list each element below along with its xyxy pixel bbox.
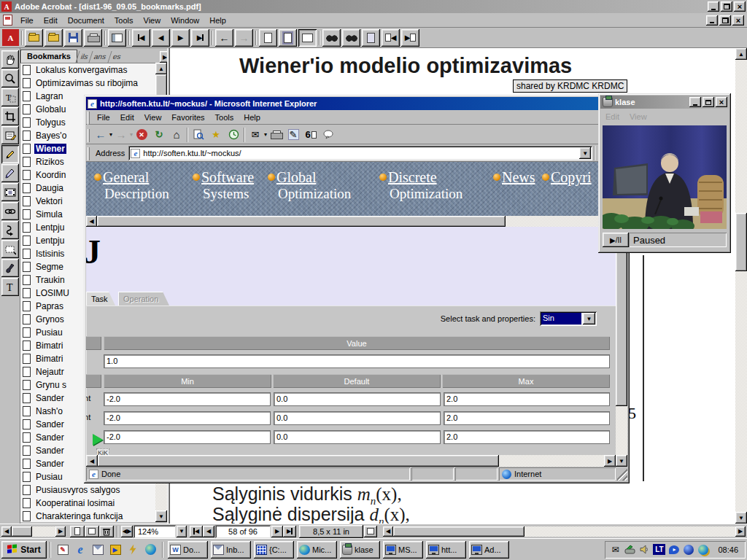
acrobat-logo-icon[interactable]: A <box>2 29 19 46</box>
taskbar-task-word[interactable]: WDo... <box>168 541 208 559</box>
search-button[interactable] <box>342 29 360 47</box>
start-button[interactable]: Start <box>1 541 47 559</box>
status-last-page-button[interactable]: ▶ <box>283 526 296 537</box>
document-horizontal-scrollbar[interactable] <box>393 526 735 537</box>
delete-bookmark-button[interactable] <box>99 526 114 537</box>
doc-minimize-button[interactable] <box>706 15 718 26</box>
doc-hscroll-right-arrow[interactable]: ▶ <box>735 526 746 537</box>
acrobat-menu-item[interactable]: Edit <box>39 15 63 26</box>
task-select[interactable]: Sin ▼ <box>540 311 597 326</box>
status-layout-button[interactable] <box>364 526 377 537</box>
winamp-quicklaunch-icon[interactable] <box>125 542 141 558</box>
acrobat-menu-item[interactable]: Window <box>166 15 204 26</box>
taskbar-task-inbox[interactable]: Inb... <box>211 541 251 559</box>
notes-tool-button[interactable] <box>1 126 19 144</box>
print-icon[interactable] <box>267 127 285 143</box>
document-vertical-scrollbar[interactable]: ▲ ▼ <box>735 48 747 524</box>
doc-close-button[interactable]: × <box>732 15 744 26</box>
banner-nav-link[interactable]: Software Systems <box>193 169 254 202</box>
print-button[interactable] <box>84 29 102 47</box>
open-button[interactable] <box>25 29 43 47</box>
globe-app-quicklaunch-icon[interactable] <box>142 542 158 558</box>
value-input[interactable]: 1.0 <box>104 354 610 368</box>
address-input[interactable]: e http://soften.ktu.lt/~mockus/ ▼ <box>128 146 592 160</box>
show-nav-pane-button[interactable] <box>108 29 126 47</box>
play-pause-button[interactable]: ▶/II <box>603 233 629 247</box>
home-icon[interactable]: ⌂ <box>168 127 185 143</box>
touchup-text-tool-button[interactable]: T <box>1 278 19 296</box>
bookmark-item[interactable]: Optimizavimas su ribojima <box>20 77 155 90</box>
ie6-badge-icon[interactable]: 6 <box>302 127 320 143</box>
bookmark-item[interactable]: Kooperatinai losimai <box>20 497 155 510</box>
save-button[interactable] <box>64 29 82 47</box>
ie-menu-item[interactable]: Help <box>239 112 266 123</box>
previous-page-button[interactable]: ◀ <box>152 29 170 47</box>
bookmark-item[interactable]: Lokalus konvergavimas <box>20 63 155 77</box>
klase-maximize-button[interactable] <box>703 97 714 107</box>
banner-nav-link[interactable]: Discrete Optimization <box>379 169 462 202</box>
show-desktop-icon[interactable]: ✎ <box>55 542 71 558</box>
banner-hscroll-thumb[interactable] <box>97 216 506 227</box>
history-icon[interactable] <box>225 127 242 143</box>
outlook-express-quicklaunch-icon[interactable] <box>90 542 106 558</box>
mail-tray-icon[interactable]: ✉ <box>609 544 621 556</box>
ie-menu-item[interactable]: File <box>92 112 115 123</box>
acrobat-menu-item[interactable]: File <box>15 15 39 26</box>
applet-hscroll-left-arrow[interactable]: ◀ <box>86 455 98 467</box>
acrobat-titlebar[interactable]: A Adobe Acrobat - [dist1-96_09.05_bookma… <box>0 0 747 13</box>
max-input[interactable]: 2.0 <box>444 411 610 425</box>
banner-nav-link[interactable]: Copyri <box>542 169 592 186</box>
stop-icon[interactable]: ✕ <box>133 127 150 143</box>
next-page-button[interactable]: ▶ <box>171 29 190 47</box>
min-input[interactable]: -2.0 <box>104 392 271 406</box>
ie-menu-item[interactable]: Favorites <box>166 112 209 123</box>
acrobat-menu-item[interactable]: View <box>139 15 166 26</box>
realplayer-tray-icon[interactable]: ▸ <box>668 544 680 556</box>
doc-hscroll-left-arrow[interactable]: ◀ <box>383 526 393 537</box>
go-forward-button[interactable]: → <box>235 29 253 47</box>
page-indicator[interactable]: 58 of 96 <box>215 525 271 538</box>
banner-horizontal-scrollbar[interactable]: ◀ ▶ <box>86 216 627 227</box>
article-tool-button[interactable] <box>1 221 19 239</box>
pencil-tool-button[interactable] <box>1 145 19 163</box>
bm-hscroll-right-arrow[interactable]: ▶ <box>55 526 66 537</box>
applet-vscroll-thumb[interactable] <box>616 238 627 406</box>
go-back-button[interactable]: ← <box>215 29 233 47</box>
klase-minimize-button[interactable] <box>689 97 701 107</box>
max-input[interactable]: 2.0 <box>444 392 610 406</box>
address-dropdown-arrow[interactable]: ▼ <box>579 147 591 159</box>
ie-menu-item[interactable]: Edit <box>115 112 139 123</box>
tab-operation[interactable]: Operation <box>118 292 169 306</box>
search-icon[interactable] <box>190 127 207 143</box>
banner-nav-link[interactable]: General Description <box>94 169 169 202</box>
resize-grip[interactable] <box>617 467 627 481</box>
ie-menu-item[interactable]: View <box>139 112 167 123</box>
edit-icon[interactable]: ✎ <box>285 127 302 143</box>
new-bookmark-button[interactable] <box>70 526 85 537</box>
restore-button[interactable] <box>721 1 732 12</box>
applet-hscroll-thumb[interactable] <box>98 455 499 467</box>
status-first-page-button[interactable]: ◀ <box>190 526 203 537</box>
acrobat-menu-item[interactable]: Tools <box>109 15 139 26</box>
doc-scroll-up-arrow[interactable]: ▲ <box>735 48 747 60</box>
favorites-icon[interactable]: ★ <box>207 127 225 143</box>
doc-scroll-down-arrow[interactable]: ▼ <box>735 512 747 524</box>
taskbar-task-adobe[interactable]: Ad... <box>469 541 509 559</box>
default-input[interactable]: 0.0 <box>274 411 441 425</box>
internet-explorer-quicklaunch-icon[interactable]: e <box>72 542 88 558</box>
zoom-pane-toggle[interactable]: ◀▶ <box>121 526 133 537</box>
mail-icon[interactable]: ✉ <box>247 127 264 143</box>
fit-width-button[interactable] <box>298 29 317 47</box>
network-globe-tray-icon[interactable] <box>697 544 709 556</box>
banner-hscroll-left-arrow[interactable]: ◀ <box>86 216 97 227</box>
msn-sphere-tray-icon[interactable] <box>683 544 694 556</box>
taskbar-task-http[interactable]: htt... <box>426 541 466 559</box>
klase-menu-item[interactable]: Edit <box>600 111 624 122</box>
tab-bookmarks[interactable]: Bookmarks <box>20 50 77 63</box>
refresh-icon[interactable]: ↻ <box>150 127 168 143</box>
scanner-tray-icon[interactable] <box>624 544 635 556</box>
zoom-tool-button[interactable] <box>1 69 19 88</box>
klase-menu-item[interactable]: View <box>624 111 652 122</box>
applet-hscroll-right-arrow[interactable]: ▶ <box>604 455 616 467</box>
doc-restore-button[interactable] <box>719 15 731 26</box>
